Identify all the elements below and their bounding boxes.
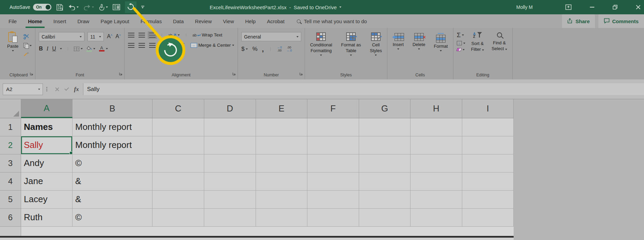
middle-align-button[interactable] bbox=[139, 33, 145, 38]
save-status[interactable]: Saved to OneDrive bbox=[294, 4, 337, 10]
tab-acrobat[interactable]: Acrobat bbox=[267, 14, 285, 28]
cell-G1[interactable] bbox=[359, 118, 410, 136]
column-header-E[interactable]: E bbox=[256, 99, 307, 118]
font-size-select[interactable]: 11 bbox=[87, 32, 104, 41]
clear-caret[interactable] bbox=[463, 49, 465, 50]
copy-dropdown-caret[interactable] bbox=[30, 45, 32, 46]
cell-F1[interactable] bbox=[307, 118, 359, 136]
fill-button[interactable]: ↓ bbox=[457, 41, 465, 45]
format-cells-caret[interactable] bbox=[440, 50, 442, 51]
clipboard-dialog-launcher[interactable] bbox=[30, 72, 33, 77]
tab-help[interactable]: Help bbox=[245, 14, 256, 28]
borders-button[interactable] bbox=[74, 47, 83, 51]
cell-G3[interactable] bbox=[359, 154, 410, 172]
number-dialog-launcher[interactable] bbox=[299, 72, 303, 77]
align-left-button[interactable] bbox=[128, 43, 134, 48]
tab-file[interactable]: File bbox=[9, 14, 17, 28]
cell-H2[interactable] bbox=[410, 136, 462, 154]
undo-button[interactable] bbox=[68, 4, 79, 10]
cell-F2[interactable] bbox=[307, 136, 359, 154]
redo-button[interactable] bbox=[83, 4, 94, 10]
save-status-caret[interactable] bbox=[339, 6, 341, 8]
tab-home[interactable]: Home bbox=[28, 14, 42, 28]
tab-view[interactable]: View bbox=[223, 14, 234, 28]
restore-button[interactable] bbox=[613, 5, 617, 10]
cell-E4[interactable] bbox=[256, 172, 307, 191]
format-painter-button[interactable] bbox=[23, 51, 32, 57]
sort-filter-button[interactable]: AZ Sort &Filter bbox=[469, 31, 486, 53]
row-header-2[interactable]: 2 bbox=[0, 136, 21, 154]
tab-formulas[interactable]: Formulas bbox=[141, 14, 162, 28]
cell-C6[interactable] bbox=[152, 209, 204, 227]
cell-A1[interactable]: Names bbox=[21, 118, 73, 136]
cell-E3[interactable] bbox=[256, 154, 307, 172]
cell-C5[interactable] bbox=[152, 191, 204, 209]
cell-A2[interactable]: Sally bbox=[21, 136, 73, 154]
cell-F4[interactable] bbox=[307, 172, 359, 191]
name-box[interactable]: A2 bbox=[3, 84, 43, 95]
percent-style-button[interactable]: % bbox=[252, 46, 257, 52]
tab-insert[interactable]: Insert bbox=[53, 14, 66, 28]
align-center-button[interactable] bbox=[139, 43, 145, 48]
alignment-dialog-launcher[interactable] bbox=[232, 72, 236, 77]
bold-button[interactable]: B bbox=[39, 46, 43, 52]
cell-I3[interactable] bbox=[462, 154, 514, 172]
font-name-select[interactable]: Calibri bbox=[39, 32, 84, 41]
row-header-5[interactable]: 5 bbox=[0, 191, 21, 209]
number-format-select[interactable]: General bbox=[241, 32, 301, 41]
accounting-format-button[interactable]: $ bbox=[241, 46, 248, 52]
select-all-corner[interactable] bbox=[0, 99, 21, 118]
cell-D2[interactable] bbox=[204, 136, 256, 154]
cell-I1[interactable] bbox=[462, 118, 514, 136]
autosave-toggle[interactable]: On bbox=[33, 4, 51, 11]
cell-A4[interactable]: Jane bbox=[21, 172, 73, 191]
formula-input[interactable]: Sally bbox=[83, 83, 644, 95]
row-header-1[interactable]: 1 bbox=[0, 118, 21, 136]
cell-I5[interactable] bbox=[462, 191, 514, 209]
top-align-button[interactable] bbox=[128, 33, 134, 38]
tab-review[interactable]: Review bbox=[195, 14, 212, 28]
cell-D5[interactable] bbox=[204, 191, 256, 209]
font-color-caret[interactable] bbox=[106, 48, 108, 49]
cell-D3[interactable] bbox=[204, 154, 256, 172]
minimize-button[interactable] bbox=[590, 7, 594, 7]
insert-cells-button[interactable]: Insert bbox=[391, 32, 406, 50]
row-header-3[interactable]: 3 bbox=[0, 154, 21, 172]
undo-dropdown-caret[interactable] bbox=[77, 6, 79, 8]
column-header-A[interactable]: A bbox=[21, 99, 73, 118]
cell-E6[interactable] bbox=[256, 209, 307, 227]
increase-decimal-button[interactable]: ←0.00 bbox=[277, 46, 282, 52]
underline-dropdown-caret[interactable] bbox=[60, 48, 62, 49]
column-header-F[interactable]: F bbox=[307, 99, 359, 118]
cell-H1[interactable] bbox=[410, 118, 462, 136]
customize-quick-access-toolbar-button[interactable] bbox=[141, 6, 144, 9]
accounting-caret[interactable] bbox=[246, 48, 248, 50]
ribbon-display-options-button[interactable] bbox=[565, 4, 571, 10]
cell-B5[interactable]: & bbox=[73, 191, 152, 209]
share-button[interactable]: Share bbox=[562, 14, 595, 28]
cell-E1[interactable] bbox=[256, 118, 307, 136]
insert-cells-caret[interactable] bbox=[397, 48, 399, 50]
tab-draw[interactable]: Draw bbox=[77, 14, 89, 28]
orientation-button[interactable]: ab bbox=[168, 33, 180, 37]
cell-A6[interactable]: Ruth bbox=[21, 209, 73, 227]
save-button[interactable] bbox=[56, 4, 63, 11]
format-as-table-button[interactable]: Format asTable bbox=[339, 32, 363, 57]
autosum-caret[interactable] bbox=[462, 34, 464, 36]
cell-F5[interactable] bbox=[307, 191, 359, 209]
cell-G2[interactable] bbox=[359, 136, 410, 154]
cell-F6[interactable] bbox=[307, 209, 359, 227]
autosum-button[interactable]: Σ bbox=[457, 32, 465, 38]
sort-filter-caret[interactable] bbox=[482, 49, 484, 51]
cell-H5[interactable] bbox=[410, 191, 462, 209]
cell-F3[interactable] bbox=[307, 154, 359, 172]
borders-caret[interactable] bbox=[81, 48, 83, 49]
comma-style-button[interactable]: , bbox=[262, 47, 264, 51]
column-header-I[interactable]: I bbox=[462, 99, 514, 118]
cell-D6[interactable] bbox=[204, 209, 256, 227]
fill-color-caret[interactable] bbox=[93, 48, 95, 49]
cell-B4[interactable]: & bbox=[73, 172, 152, 191]
conditional-formatting-caret[interactable] bbox=[320, 55, 322, 56]
paste-button[interactable]: Paste bbox=[5, 31, 20, 52]
cell-B2[interactable]: Monthly report bbox=[73, 136, 152, 154]
